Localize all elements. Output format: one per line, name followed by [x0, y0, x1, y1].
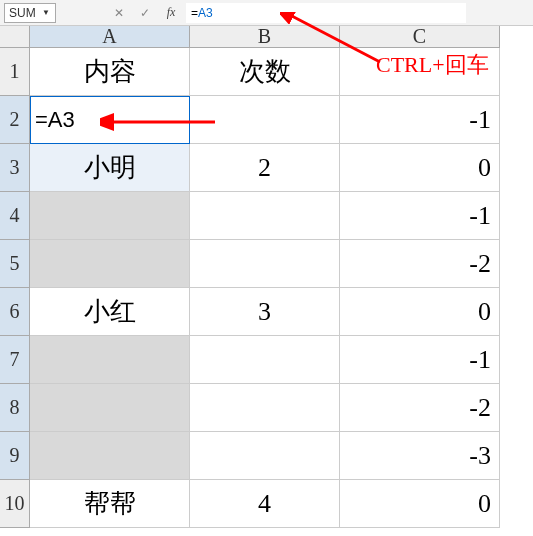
formula-eq: =	[191, 6, 198, 20]
table-row: 7-1	[0, 336, 533, 384]
cell[interactable]	[190, 432, 340, 480]
cell[interactable]: 次数	[190, 48, 340, 96]
fx-icon: fx	[167, 5, 176, 20]
table-row: 6小红30	[0, 288, 533, 336]
cell[interactable]: 内容	[30, 48, 190, 96]
x-icon: ✕	[114, 6, 124, 20]
cell[interactable]	[30, 384, 190, 432]
row-header[interactable]: 1	[0, 48, 30, 96]
table-row: 8-2	[0, 384, 533, 432]
cell[interactable]: 2	[190, 144, 340, 192]
cell[interactable]: -1	[340, 336, 500, 384]
confirm-button[interactable]: ✓	[134, 3, 156, 23]
select-all-corner[interactable]	[0, 26, 30, 48]
row-header[interactable]: 2	[0, 96, 30, 144]
cell[interactable]: -1	[340, 96, 500, 144]
cell[interactable]: -3	[340, 432, 500, 480]
check-icon: ✓	[140, 6, 150, 20]
annotation-text: CTRL+回车	[376, 50, 489, 80]
table-row: 2=A3-1	[0, 96, 533, 144]
formula-input[interactable]: =A3	[186, 3, 466, 23]
row-header[interactable]: 9	[0, 432, 30, 480]
cell[interactable]: -1	[340, 192, 500, 240]
name-box-dropdown-icon[interactable]: ▼	[41, 8, 51, 17]
cell[interactable]	[30, 192, 190, 240]
table-row: 9-3	[0, 432, 533, 480]
cell[interactable]	[190, 384, 340, 432]
cell[interactable]	[30, 240, 190, 288]
spreadsheet-grid: A B C 1内容次数2=A3-13小明204-15-26小红307-18-29…	[0, 26, 533, 528]
cell[interactable]: 0	[340, 144, 500, 192]
cell[interactable]	[190, 96, 340, 144]
row-header[interactable]: 10	[0, 480, 30, 528]
row-header[interactable]: 6	[0, 288, 30, 336]
cell[interactable]	[190, 192, 340, 240]
row-header[interactable]: 7	[0, 336, 30, 384]
cell[interactable]: 3	[190, 288, 340, 336]
cell[interactable]: 0	[340, 288, 500, 336]
table-row: 3小明20	[0, 144, 533, 192]
row-header[interactable]: 3	[0, 144, 30, 192]
row-header[interactable]: 5	[0, 240, 30, 288]
cell[interactable]	[190, 336, 340, 384]
cell[interactable]: 4	[190, 480, 340, 528]
cell[interactable]: =A3	[30, 96, 190, 144]
cell[interactable]	[30, 336, 190, 384]
table-row: 5-2	[0, 240, 533, 288]
row-header[interactable]: 4	[0, 192, 30, 240]
row-header[interactable]: 8	[0, 384, 30, 432]
cancel-button[interactable]: ✕	[108, 3, 130, 23]
table-row: 10帮帮40	[0, 480, 533, 528]
cell[interactable]: -2	[340, 240, 500, 288]
formula-ref: A3	[198, 6, 213, 20]
cell[interactable]	[190, 240, 340, 288]
table-row: 4-1	[0, 192, 533, 240]
name-box[interactable]: SUM ▼	[4, 3, 56, 23]
cell[interactable]: 小明	[30, 144, 190, 192]
cell[interactable]: 0	[340, 480, 500, 528]
cell[interactable]: -2	[340, 384, 500, 432]
col-header-c[interactable]: C	[340, 26, 500, 48]
cell[interactable]: 帮帮	[30, 480, 190, 528]
cell[interactable]: 小红	[30, 288, 190, 336]
cell[interactable]	[30, 432, 190, 480]
fx-button[interactable]: fx	[160, 3, 182, 23]
name-box-value: SUM	[9, 6, 36, 20]
col-header-a[interactable]: A	[30, 26, 190, 48]
col-header-b[interactable]: B	[190, 26, 340, 48]
formula-bar: SUM ▼ ✕ ✓ fx =A3	[0, 0, 533, 26]
